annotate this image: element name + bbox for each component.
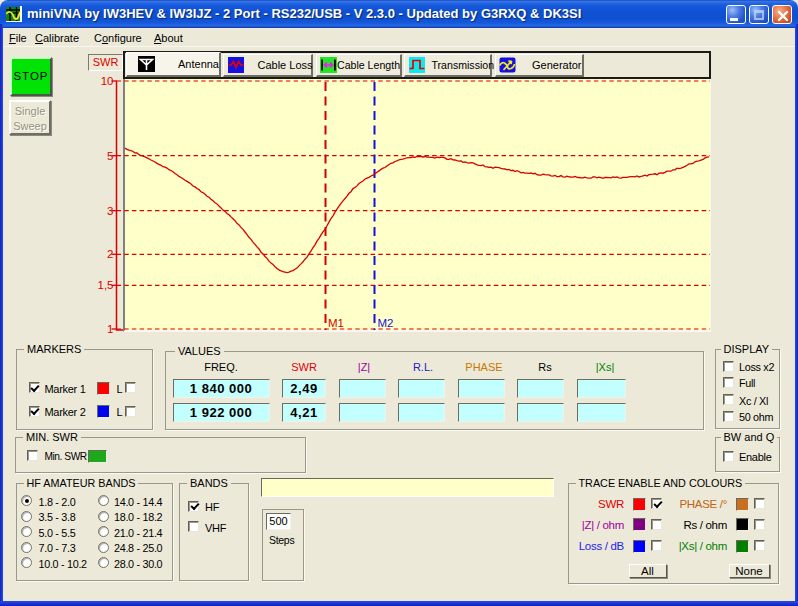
svg-text:10: 10 xyxy=(101,75,114,87)
svg-text:M1: M1 xyxy=(328,317,344,329)
svg-text:1,5: 1,5 xyxy=(98,279,114,291)
svg-text:M2: M2 xyxy=(378,317,394,329)
svg-text:5: 5 xyxy=(107,150,113,162)
svg-text:3: 3 xyxy=(107,205,113,217)
svg-text:2: 2 xyxy=(107,248,113,260)
svg-text:1: 1 xyxy=(107,323,113,335)
